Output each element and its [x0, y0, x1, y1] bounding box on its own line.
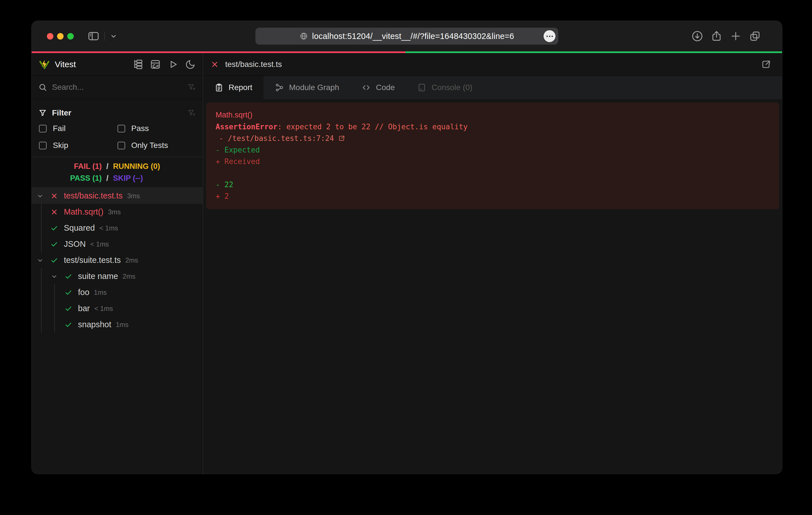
- tab-module-graph[interactable]: Module Graph: [264, 76, 350, 99]
- tab-label: Console (0): [431, 83, 472, 92]
- test-label: snapshot: [78, 320, 111, 329]
- indent-guide: [54, 284, 55, 333]
- chevron-down-icon[interactable]: [109, 32, 118, 40]
- summary-separator: /: [102, 162, 113, 171]
- tree-item-test[interactable]: bar < 1ms: [32, 300, 203, 316]
- report-icon: [214, 83, 224, 92]
- tab-label: Module Graph: [289, 83, 339, 92]
- tab-console[interactable]: Console (0): [406, 76, 484, 99]
- summary-separator: /: [102, 174, 113, 183]
- pass-checkbox[interactable]: [118, 125, 125, 132]
- test-duration: 1ms: [94, 289, 107, 297]
- clear-search-filter-icon[interactable]: [187, 83, 196, 91]
- tab-report[interactable]: Report: [203, 76, 264, 99]
- error-message: : expected 2 to be 22 // Object.is equal…: [278, 123, 468, 131]
- test-duration: < 1ms: [90, 240, 109, 248]
- address-bar[interactable]: localhost:51204/__vitest__/#/?file=16484…: [255, 28, 558, 44]
- filter-option-only-tests[interactable]: Only Tests: [118, 141, 196, 150]
- new-tab-icon[interactable]: [729, 30, 742, 42]
- running-count: RUNNING (0): [113, 162, 203, 171]
- tab-label: Code: [376, 83, 395, 92]
- only-tests-checkbox[interactable]: [118, 142, 125, 149]
- skip-count: SKIP (--): [113, 174, 203, 183]
- filter-title: Filter: [52, 109, 71, 117]
- test-label: foo: [78, 288, 89, 297]
- pass-icon: [50, 224, 58, 232]
- pass-icon: [64, 305, 72, 312]
- fail-count: FAIL (1): [32, 162, 102, 171]
- open-in-editor-icon[interactable]: [761, 59, 771, 70]
- app-title: Vitest: [55, 60, 76, 69]
- tree-item-suite[interactable]: suite name 2ms: [32, 268, 203, 284]
- open-file-name: test/basic.test.ts: [225, 60, 282, 69]
- dark-mode-icon[interactable]: [185, 59, 196, 70]
- pass-icon: [64, 272, 72, 280]
- share-icon[interactable]: [710, 30, 723, 42]
- diff-expected-value: - 22: [215, 179, 771, 190]
- globe-icon: [299, 32, 308, 40]
- minimize-window-button[interactable]: [57, 33, 64, 39]
- filter-label: Only Tests: [132, 141, 168, 150]
- filter-section: Filter Fail Pass: [32, 99, 203, 157]
- tree-item-test[interactable]: Squared < 1ms: [32, 220, 203, 236]
- browser-window: localhost:51204/__vitest__/#/?file=16484…: [32, 21, 782, 474]
- test-label: suite name: [78, 272, 118, 281]
- vitest-logo-icon: [38, 58, 50, 70]
- open-in-editor-icon[interactable]: [338, 135, 345, 142]
- test-tree: test/basic.test.ts 3ms Math.sqrt() 3ms S…: [32, 188, 203, 474]
- filter-option-pass[interactable]: Pass: [118, 124, 196, 133]
- skip-checkbox[interactable]: [39, 142, 47, 149]
- filter-label: Skip: [53, 141, 68, 150]
- close-window-button[interactable]: [47, 33, 53, 39]
- filter-option-fail[interactable]: Fail: [39, 124, 118, 133]
- chevron-down-icon[interactable]: [50, 272, 58, 280]
- tab-code[interactable]: Code: [350, 76, 406, 99]
- main-panel: test/basic.test.ts Rep: [203, 53, 782, 474]
- more-icon[interactable]: [544, 30, 555, 42]
- fail-icon: [210, 60, 219, 69]
- run-all-icon[interactable]: [168, 59, 178, 70]
- search-input[interactable]: [52, 83, 182, 92]
- tab-label: Report: [229, 83, 252, 92]
- test-label: JSON: [64, 239, 86, 249]
- tree-item-test[interactable]: Math.sqrt() 3ms: [32, 204, 203, 220]
- failed-test-title: Math.sqrt(): [215, 109, 771, 121]
- filter-label: Fail: [53, 124, 65, 133]
- code-icon: [361, 83, 371, 92]
- test-duration: 2ms: [123, 272, 135, 280]
- sidebar-toggle-icon[interactable]: [87, 30, 100, 42]
- tab-strip: Report Module Graph: [203, 76, 782, 99]
- dashboard-icon[interactable]: [150, 59, 161, 70]
- downloads-icon[interactable]: [691, 30, 703, 42]
- stack-location[interactable]: - /test/basic.test.ts:7:24: [219, 134, 334, 143]
- fullscreen-window-button[interactable]: [67, 33, 74, 39]
- filter-option-skip[interactable]: Skip: [39, 141, 118, 150]
- chevron-down-icon[interactable]: [36, 256, 44, 264]
- tree-item-test[interactable]: snapshot 1ms: [32, 316, 203, 333]
- test-label: test/basic.test.ts: [64, 191, 123, 201]
- tree-item-test[interactable]: JSON < 1ms: [32, 236, 203, 252]
- diff-expected-label: - Expected: [215, 144, 771, 156]
- pass-count: PASS (1): [32, 174, 102, 183]
- fail-checkbox[interactable]: [39, 125, 47, 132]
- tree-item-file[interactable]: test/basic.test.ts 3ms: [32, 188, 203, 204]
- module-graph-icon: [275, 83, 284, 92]
- tree-item-file[interactable]: test/suite.test.ts 2ms: [32, 252, 203, 268]
- tree-item-test[interactable]: foo 1ms: [32, 284, 203, 300]
- filter-label: Pass: [132, 124, 149, 133]
- file-header: test/basic.test.ts: [203, 53, 782, 76]
- traffic-lights: [47, 33, 74, 39]
- error-name: AssertionError: [215, 123, 278, 131]
- stack-trace-line: - /test/basic.test.ts:7:24: [215, 132, 771, 144]
- tab-overview-icon[interactable]: [749, 30, 761, 42]
- clear-filter-icon[interactable]: [187, 109, 196, 117]
- app-header: Vitest: [32, 53, 203, 76]
- chevron-down-icon[interactable]: [36, 192, 44, 200]
- test-duration: < 1ms: [94, 305, 113, 312]
- error-report-panel: Math.sqrt() AssertionError: expected 2 t…: [206, 102, 779, 209]
- test-label: Math.sqrt(): [64, 207, 104, 217]
- search-bar: [32, 76, 203, 99]
- test-duration: 1ms: [116, 321, 128, 329]
- toolbar-divider: [104, 32, 105, 41]
- tree-view-icon[interactable]: [133, 59, 143, 70]
